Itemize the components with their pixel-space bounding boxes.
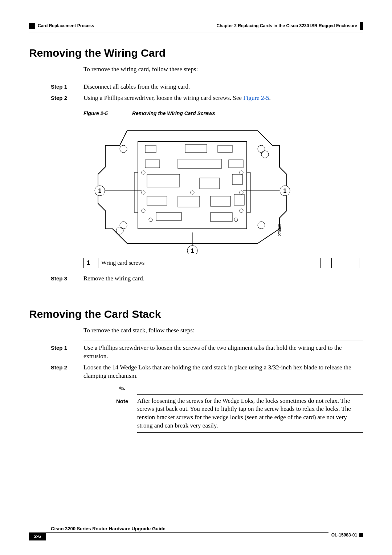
svg-rect-31 bbox=[134, 173, 138, 212]
svg-rect-9 bbox=[218, 145, 232, 153]
header-rule bbox=[29, 32, 363, 32]
step-row: Step 2 Loosen the 14 Wedge Loks that are… bbox=[51, 364, 363, 435]
note-block: ✎ Note After loosening the screws for th… bbox=[116, 384, 363, 433]
svg-rect-16 bbox=[147, 196, 167, 205]
svg-point-29 bbox=[234, 218, 238, 222]
page-header: Card Replacement Process Chapter 2 Repla… bbox=[29, 22, 363, 30]
header-square-icon bbox=[29, 23, 35, 29]
svg-point-3 bbox=[261, 151, 269, 158]
callout-desc: Wring card screws bbox=[98, 258, 321, 268]
callout-empty bbox=[331, 258, 359, 268]
svg-rect-13 bbox=[147, 174, 180, 187]
step-label: Step 2 bbox=[51, 364, 83, 435]
pencil-icon: ✎ bbox=[117, 383, 127, 394]
header-section: Card Replacement Process bbox=[38, 23, 94, 28]
steps-top-rule bbox=[83, 340, 363, 340]
svg-point-26 bbox=[240, 171, 243, 174]
steps-bottom-rule bbox=[83, 286, 363, 286]
svg-point-6 bbox=[258, 222, 265, 229]
step-text: Use a Phillips screwdriver to loosen the… bbox=[83, 344, 363, 361]
svg-rect-0 bbox=[138, 142, 247, 229]
svg-rect-32 bbox=[247, 173, 250, 212]
note-bottom-rule bbox=[137, 432, 363, 433]
header-bar-icon bbox=[360, 22, 363, 30]
svg-point-23 bbox=[142, 191, 145, 194]
callout-table: 1 Wring card screws bbox=[83, 258, 359, 268]
svg-point-28 bbox=[240, 209, 243, 212]
figure-title: Removing the Wiring Card Screws bbox=[132, 110, 215, 116]
footer-rule bbox=[46, 532, 328, 540]
heading-removing-wiring-card: Removing the Wiring Card bbox=[29, 47, 363, 59]
step-text: Disconnect all cables from the wiring ca… bbox=[83, 83, 363, 91]
svg-text:270468: 270468 bbox=[278, 224, 282, 236]
svg-point-4 bbox=[120, 222, 127, 229]
svg-point-2 bbox=[258, 145, 265, 153]
figure-reference-link[interactable]: Figure 2-5 bbox=[243, 94, 269, 101]
svg-text:1: 1 bbox=[283, 188, 287, 194]
wiring-card-diagram-svg: 1 1 1 270468 bbox=[83, 120, 301, 254]
callout-empty bbox=[320, 258, 331, 268]
svg-text:1: 1 bbox=[98, 188, 102, 194]
svg-rect-20 bbox=[156, 212, 181, 220]
heading-removing-card-stack: Removing the Card Stack bbox=[29, 308, 363, 320]
step-text: Loosen the 14 Wedge Loks that are holdin… bbox=[83, 364, 363, 435]
figure-caption: Figure 2-5 Removing the Wiring Card Scre… bbox=[83, 110, 363, 116]
svg-point-22 bbox=[142, 171, 145, 174]
step-text: Using a Phillips screwdriver, loosen the… bbox=[83, 94, 363, 102]
figure-diagram: 1 1 1 270468 bbox=[83, 120, 301, 254]
step-text-pre: Using a Phillips screwdriver, loosen the… bbox=[83, 94, 243, 101]
svg-rect-14 bbox=[200, 178, 220, 189]
steps-top-rule bbox=[83, 79, 363, 79]
intro-text: To remove the wiring card, follow these … bbox=[83, 66, 363, 73]
svg-text:1: 1 bbox=[191, 248, 194, 254]
step-row: Step 1 Use a Phillips screwdriver to loo… bbox=[51, 344, 363, 361]
svg-rect-10 bbox=[145, 160, 160, 168]
step-label: Step 3 bbox=[51, 275, 83, 283]
figure-number: Figure 2-5 bbox=[83, 110, 131, 116]
step-text-post: . bbox=[269, 94, 271, 101]
step-text: Remove the wiring card. bbox=[83, 275, 363, 283]
intro-text: To remove the card stack, follow these s… bbox=[83, 327, 363, 334]
svg-rect-19 bbox=[234, 194, 244, 205]
page-number-badge: 2-6 bbox=[29, 532, 46, 540]
footer-book-title: Cisco 3200 Series Router Hardware Upgrad… bbox=[51, 526, 363, 531]
step-text-content: Loosen the 14 Wedge Loks that are holdin… bbox=[83, 364, 351, 379]
step-row: Step 2 Using a Phillips screwdriver, loo… bbox=[51, 94, 363, 102]
step-label: Step 1 bbox=[51, 83, 83, 91]
svg-rect-17 bbox=[178, 196, 200, 207]
svg-point-1 bbox=[120, 145, 127, 153]
svg-point-24 bbox=[142, 209, 145, 212]
svg-point-27 bbox=[240, 191, 243, 194]
svg-rect-15 bbox=[232, 174, 242, 185]
note-text: After loosening the screws for the Wedge… bbox=[137, 397, 363, 430]
header-chapter: Chapter 2 Replacing Cards in the Cisco 3… bbox=[217, 23, 357, 28]
svg-point-5 bbox=[116, 227, 123, 234]
callout-num: 1 bbox=[84, 258, 98, 268]
svg-rect-8 bbox=[185, 145, 207, 153]
footer-square-icon bbox=[359, 533, 363, 537]
steps-continued: Step 3 Remove the wiring card. bbox=[51, 275, 363, 286]
svg-point-25 bbox=[149, 218, 152, 222]
svg-rect-21 bbox=[211, 212, 232, 222]
note-top-rule bbox=[137, 394, 363, 395]
svg-rect-18 bbox=[211, 196, 230, 206]
step-row: Step 3 Remove the wiring card. bbox=[51, 275, 363, 283]
document-id: OL-15983-01 bbox=[331, 532, 357, 538]
step-label: Step 1 bbox=[51, 344, 83, 361]
steps-removing-card-stack: Step 1 Use a Phillips screwdriver to loo… bbox=[51, 340, 363, 435]
svg-rect-12 bbox=[229, 160, 243, 168]
page-footer: Cisco 3200 Series Router Hardware Upgrad… bbox=[0, 526, 392, 540]
step-row: Step 1 Disconnect all cables from the wi… bbox=[51, 83, 363, 91]
svg-rect-11 bbox=[178, 159, 221, 169]
svg-rect-7 bbox=[145, 145, 156, 153]
steps-removing-wiring-card: Step 1 Disconnect all cables from the wi… bbox=[51, 79, 363, 102]
svg-point-30 bbox=[191, 191, 194, 194]
step-label: Step 2 bbox=[51, 94, 83, 102]
note-label: Note bbox=[116, 397, 137, 430]
